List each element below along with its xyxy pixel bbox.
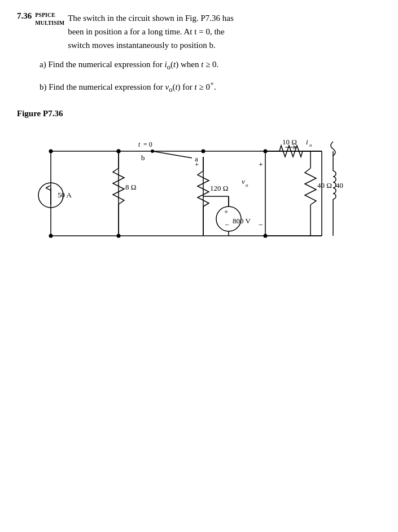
svg-text:o: o [309, 142, 312, 148]
part-b: b) Find the numerical expression for vo(… [40, 78, 381, 95]
switch-arm [152, 151, 192, 158]
text-line1: The switch in the circuit shown in Fig. … [68, 14, 234, 23]
part-b-label: b) [40, 82, 47, 91]
io-label: i [306, 138, 308, 146]
switch-time-label: t [138, 140, 141, 148]
svg-text:o: o [246, 182, 248, 188]
vminus: − [225, 221, 229, 229]
text-line2: been in position a for a long time. At t… [68, 27, 225, 36]
text-line3: switch moves instantaneously to position… [68, 41, 216, 50]
switch-right-dot [202, 150, 205, 153]
parts: a) Find the numerical expression for io(… [40, 58, 381, 95]
pspice-label: PSPICE [35, 11, 64, 19]
svg-point-35 [117, 234, 121, 238]
r3-label: 10 Ω [282, 138, 297, 146]
vo-minus: − [259, 221, 263, 229]
plus-sign: + [195, 160, 199, 169]
part-a-label: a) [40, 60, 46, 69]
r4-label: 40 Ω [317, 181, 332, 190]
vo-plus: + [259, 160, 263, 169]
multisim-label: MULTISIM [35, 19, 64, 27]
problem-header: 7.36 PSPICE MULTISIM The switch in the c… [17, 11, 381, 52]
circuit-container: 50 A 8 Ω t = 0 b a [28, 123, 381, 266]
part-a: a) Find the numerical expression for io(… [40, 58, 381, 73]
r2-label: 120 Ω [210, 184, 228, 192]
page: 7.36 PSPICE MULTISIM The switch in the c… [0, 0, 398, 278]
voltage-source-label: 800 V [233, 217, 251, 225]
circuit-diagram: 50 A 8 Ω t = 0 b a [28, 123, 344, 264]
problem-text: The switch in the circuit shown in Fig. … [68, 11, 234, 52]
vo-label: v [242, 177, 245, 186]
switch-b-label: b [141, 153, 145, 162]
r1-label: 8 Ω [125, 183, 136, 191]
switch-equals: = 0 [143, 140, 152, 148]
sidebar-labels: PSPICE MULTISIM [35, 11, 64, 27]
svg-point-34 [117, 150, 121, 153]
figure-label: Figure P7.36 [17, 109, 381, 118]
l1-label: 40 mH [336, 181, 344, 190]
problem-number: 7.36 [17, 11, 32, 21]
current-source-label: 50 A [58, 191, 72, 199]
svg-point-36 [49, 150, 53, 153]
svg-point-37 [49, 234, 53, 238]
vplus: + [224, 208, 228, 216]
